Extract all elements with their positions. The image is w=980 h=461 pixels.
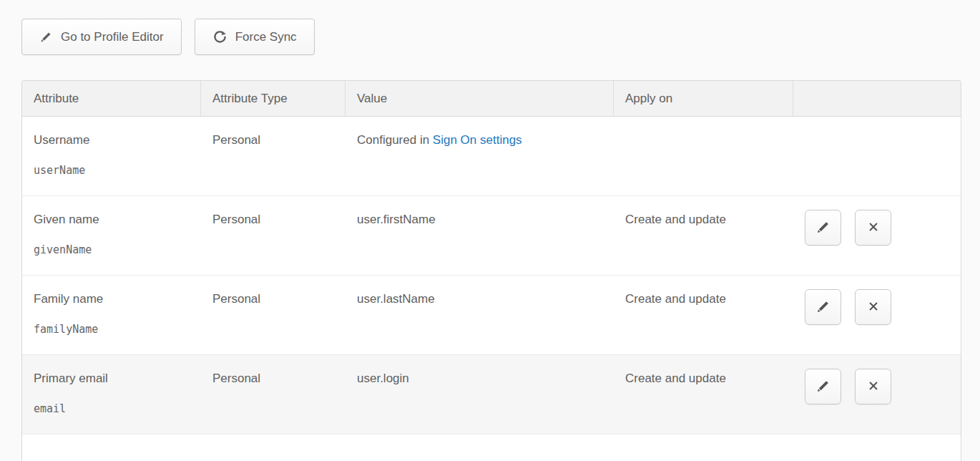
row-actions xyxy=(793,117,961,195)
attribute-type-cell: Personal xyxy=(201,276,346,354)
attribute-type-cell: Personal xyxy=(201,355,346,434)
attribute-variable-name: userName xyxy=(34,164,190,177)
row-actions xyxy=(793,276,961,354)
attribute-variable-name: email xyxy=(34,402,190,415)
delete-attribute-button[interactable] xyxy=(855,369,891,404)
header-attribute: Attribute xyxy=(22,81,201,116)
go-to-profile-editor-label: Go to Profile Editor xyxy=(61,30,164,44)
attribute-cell: Given name givenName xyxy=(22,196,201,275)
value-cell: user.lastName xyxy=(346,276,614,354)
header-value: Value xyxy=(346,81,614,116)
header-apply-on: Apply on xyxy=(614,81,793,116)
delete-attribute-button[interactable] xyxy=(855,210,891,246)
table-row: Primary email email Personal user.login … xyxy=(22,355,961,435)
attribute-display-name: Username xyxy=(34,133,190,147)
pencil-icon xyxy=(815,378,831,396)
table-row: Username userName Personal Configured in… xyxy=(22,117,961,196)
attribute-display-name: Given name xyxy=(34,213,190,227)
sign-on-settings-link[interactable]: Sign On settings xyxy=(433,133,522,147)
delete-attribute-button[interactable] xyxy=(855,289,891,325)
edit-attribute-button[interactable] xyxy=(805,289,841,325)
go-to-profile-editor-button[interactable]: Go to Profile Editor xyxy=(21,19,182,55)
attribute-variable-name: givenName xyxy=(34,243,190,256)
attribute-type-cell: Personal xyxy=(201,117,346,195)
value-prefix-text: Configured in xyxy=(357,133,433,147)
apply-on-cell: Create and update xyxy=(614,355,793,434)
apply-on-cell xyxy=(614,117,793,195)
value-text: user.login xyxy=(357,372,409,385)
attribute-display-name: Family name xyxy=(34,292,190,306)
attribute-display-name: Primary email xyxy=(34,372,190,386)
value-text: user.lastName xyxy=(357,292,435,306)
value-cell: Configured in Sign On settings xyxy=(346,117,614,195)
value-cell: user.login xyxy=(346,355,614,434)
pencil-icon xyxy=(815,219,831,237)
partial-next-row xyxy=(22,435,961,461)
attribute-cell: Username userName xyxy=(22,117,201,195)
apply-on-cell: Create and update xyxy=(614,276,793,354)
toolbar: Go to Profile Editor Force Sync xyxy=(21,19,961,55)
edit-attribute-button[interactable] xyxy=(805,210,841,246)
pencil-icon xyxy=(815,299,831,316)
close-icon xyxy=(866,299,881,316)
close-icon xyxy=(866,378,881,396)
attribute-cell: Primary email email xyxy=(22,355,201,434)
close-icon xyxy=(866,219,881,237)
pencil-icon xyxy=(39,30,53,44)
table-row: Family name familyName Personal user.las… xyxy=(22,276,961,355)
row-actions xyxy=(793,196,961,275)
table-row: Given name givenName Personal user.first… xyxy=(22,196,961,276)
table-header-row: Attribute Attribute Type Value Apply on xyxy=(22,81,961,117)
force-sync-button[interactable]: Force Sync xyxy=(195,19,315,55)
force-sync-label: Force Sync xyxy=(235,30,297,44)
attribute-cell: Family name familyName xyxy=(22,276,201,354)
attribute-type-cell: Personal xyxy=(201,196,346,275)
attribute-variable-name: familyName xyxy=(34,323,190,336)
header-actions xyxy=(793,81,961,116)
value-text: user.firstName xyxy=(357,213,436,226)
row-actions xyxy=(793,355,961,434)
header-attribute-type: Attribute Type xyxy=(201,81,346,116)
apply-on-cell: Create and update xyxy=(614,196,793,275)
edit-attribute-button[interactable] xyxy=(805,369,841,404)
value-cell: user.firstName xyxy=(346,196,614,275)
table-body: Username userName Personal Configured in… xyxy=(22,117,961,435)
attribute-mapping-table: Attribute Attribute Type Value Apply on … xyxy=(21,80,961,461)
sync-icon xyxy=(212,29,227,44)
